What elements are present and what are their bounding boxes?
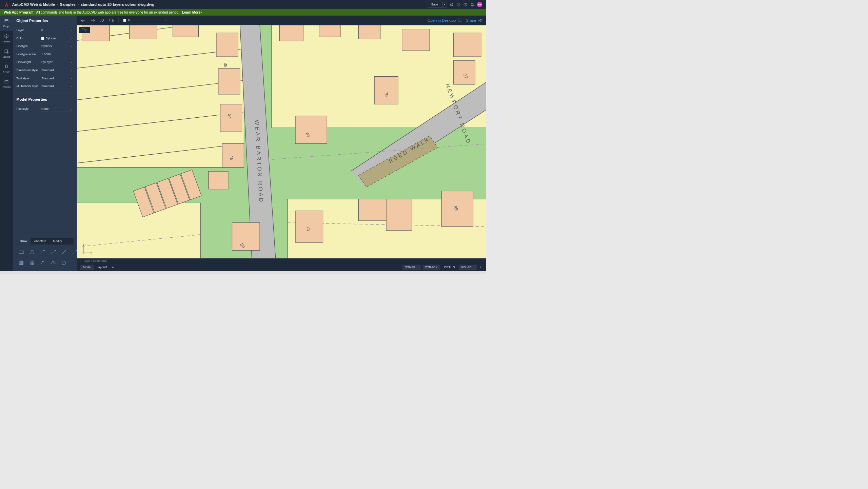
tab-annotate[interactable]: Annotate	[31, 238, 50, 244]
gear-icon[interactable]	[456, 2, 460, 6]
left-nav-rail: Prop. Layers Blocks XREF Traces	[0, 16, 13, 271]
svg-rect-44	[173, 25, 199, 37]
chevron-down-icon: ⌄	[71, 37, 73, 39]
undo-icon[interactable]	[80, 18, 86, 22]
svg-point-11	[32, 252, 32, 253]
more-options-icon[interactable]: ⋮	[479, 265, 482, 269]
tool-rectangle-icon[interactable]	[17, 248, 26, 257]
view-label[interactable]: Top	[79, 27, 90, 33]
promo-banner: Web App Program: All commands and tools …	[0, 9, 486, 16]
rail-traces[interactable]: Traces	[0, 76, 13, 92]
command-bar[interactable]: › Type a command	[77, 258, 486, 264]
zoom-window-icon[interactable]	[99, 18, 105, 22]
svg-point-12	[40, 254, 41, 254]
rail-properties-label: Prop.	[3, 25, 10, 28]
svg-text:24: 24	[227, 114, 232, 119]
svg-text:48: 48	[229, 156, 234, 160]
titlebar: AutoCAD Web & Mobile › Samples › standar…	[0, 0, 486, 9]
svg-text:X: X	[91, 253, 93, 256]
rail-xref-label: XREF	[3, 70, 10, 73]
svg-point-17	[72, 254, 73, 254]
tool-hatch-icon[interactable]	[17, 258, 26, 268]
tool-spline-icon[interactable]	[48, 248, 58, 257]
svg-rect-35	[77, 203, 200, 258]
svg-rect-49	[453, 33, 481, 57]
color-swatch-icon	[41, 37, 44, 40]
help-icon[interactable]	[463, 2, 467, 6]
crumb-product[interactable]: AutoCAD Web & Mobile	[12, 2, 55, 7]
prop-ltscale-input[interactable]: 1.0000	[41, 52, 74, 57]
chevron-down-icon: ⌄	[71, 29, 73, 32]
tool-point-icon[interactable]	[38, 258, 47, 268]
tool-polyline-icon[interactable]	[59, 248, 68, 257]
tool-array-icon[interactable]	[27, 258, 37, 268]
rail-blocks[interactable]: Blocks	[0, 46, 13, 61]
share-link[interactable]: Share	[466, 18, 483, 22]
rail-properties[interactable]: Prop.	[0, 16, 13, 31]
tab-modify[interactable]: Modify	[50, 238, 65, 244]
svg-rect-29	[110, 19, 113, 21]
prop-lineweight-dropdown[interactable]: ByLayer⌄	[41, 59, 74, 65]
rail-xref[interactable]: XREF	[0, 61, 13, 76]
toggle-osnap[interactable]: OSNAP⌃	[402, 265, 421, 270]
svg-point-27	[53, 262, 54, 263]
chevron-down-icon: ⌄	[165, 19, 167, 21]
svg-rect-5	[5, 19, 8, 22]
save-dropdown-icon[interactable]: ▾	[442, 2, 447, 7]
tool-ellipse-icon[interactable]	[48, 258, 58, 268]
chevron-right-icon: ›	[57, 2, 58, 7]
document-toolbar: 0 ⌄ Open in Desktop Share	[77, 16, 486, 25]
prop-layer-dropdown[interactable]: 0⌄	[41, 27, 74, 33]
svg-rect-21	[30, 261, 31, 262]
tool-polygon-icon[interactable]	[59, 258, 68, 268]
bell-icon[interactable]	[470, 2, 474, 6]
prop-ltscale-label: Linetype scale	[16, 53, 41, 56]
prop-dimstyle-dropdown[interactable]: Standard⌄	[41, 67, 74, 73]
add-layout-icon[interactable]: +	[110, 266, 116, 270]
map-svg: WEAR BARTON ROAD NEWPORT ROAD REED WALK …	[77, 25, 486, 258]
svg-rect-22	[33, 261, 34, 262]
tool-arc-icon[interactable]	[38, 248, 47, 257]
breadcrumb: AutoCAD Web & Mobile › Samples › standar…	[12, 2, 154, 7]
banner-body: All commands and tools in the AutoCAD we…	[36, 11, 179, 15]
tab-draw[interactable]: Draw	[16, 238, 31, 244]
zoom-extents-icon[interactable]	[109, 18, 115, 22]
svg-rect-51	[374, 76, 398, 104]
svg-point-16	[62, 254, 62, 255]
prop-color-dropdown[interactable]: ByLayer⌄	[41, 36, 74, 41]
prop-textstyle-dropdown[interactable]: Standard⌄	[41, 75, 74, 81]
drawing-canvas[interactable]: Top	[77, 25, 486, 258]
crumb-samples[interactable]: Samples	[60, 2, 76, 7]
chevron-down-icon: ⌄	[71, 61, 73, 63]
svg-point-18	[76, 250, 77, 251]
chevron-right-icon: ›	[78, 2, 79, 7]
avatar[interactable]: SM	[477, 2, 482, 7]
prop-mlstyle-dropdown[interactable]: Standard⌄	[41, 83, 74, 89]
svg-rect-50	[295, 116, 327, 144]
toggle-polar[interactable]: POLAR⌃	[459, 265, 477, 270]
send-icon	[478, 18, 482, 22]
svg-rect-9	[19, 251, 23, 253]
open-in-desktop-link[interactable]: Open in Desktop	[428, 18, 462, 22]
toggle-ortho[interactable]: ORTHO	[442, 265, 457, 270]
learn-more-link[interactable]: Learn More›	[182, 11, 202, 15]
prop-plotstyle-dropdown[interactable]: None⌄	[41, 106, 74, 112]
svg-rect-46	[319, 25, 341, 37]
tab-model[interactable]: Model	[80, 265, 94, 270]
prop-layer-label: Layer	[16, 29, 41, 32]
crumb-file[interactable]: standard-upto-20-layers-colour-dwg.dwg	[81, 2, 154, 7]
save-button[interactable]: Save ▾	[427, 2, 447, 7]
rail-traces-label: Traces	[2, 85, 11, 89]
banner-lead: Web App Program:	[4, 11, 35, 15]
tool-circle-icon[interactable]	[27, 248, 37, 257]
command-placeholder: Type a command	[83, 259, 106, 262]
toggle-otrack[interactable]: OTRACK	[422, 265, 440, 270]
print-icon[interactable]	[450, 2, 454, 6]
redo-icon[interactable]	[90, 18, 96, 22]
tab-layout1[interactable]: Layout1	[94, 265, 110, 270]
current-layer-dropdown[interactable]: 0 ⌄	[122, 18, 168, 23]
prop-linetype-dropdown[interactable]: ByBlock⌄	[41, 43, 74, 49]
chevron-up-icon: ⌃	[417, 266, 418, 268]
rail-layers[interactable]: Layers	[0, 31, 13, 46]
svg-text:38: 38	[223, 63, 228, 67]
